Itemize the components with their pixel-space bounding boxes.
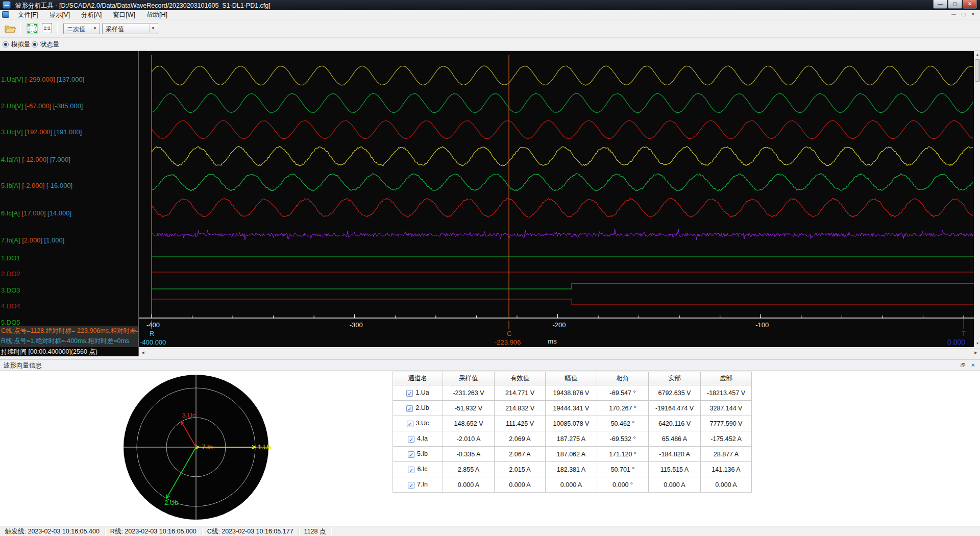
c-cursor-label: C — [507, 330, 511, 337]
mdi-restore-button[interactable]: ▢ — [959, 11, 968, 18]
value-cell: 141.136 A — [701, 462, 752, 477]
fit-view-button[interactable] — [27, 23, 39, 34]
status-item: R线: 2023-02-03 10:16:05.000 — [105, 527, 202, 535]
channel-checkbox[interactable]: ✓ — [408, 482, 414, 489]
display-type-dropdown[interactable]: 采样值 ▼ — [102, 23, 158, 34]
menu-item[interactable]: 窗口[W] — [107, 10, 141, 19]
menu-item[interactable]: 文件[F] — [12, 10, 44, 19]
value-cell: 0.000 A — [546, 477, 597, 493]
horizontal-scrollbar[interactable]: ◀ ▶ — [139, 348, 980, 356]
scroll-right-icon[interactable]: ▶ — [972, 349, 979, 356]
analog-radio[interactable] — [3, 41, 9, 47]
value-cell: 19444.341 V — [546, 401, 597, 416]
table-row[interactable]: ✓4.Ia-2.010 A2.069 A187.275 A-69.532 °65… — [393, 431, 752, 447]
phasor-table: 通道名采样值有效值幅值相角实部虚部✓1.Ua-231.263 V214.771 … — [393, 372, 752, 493]
value-cell: 19438.876 V — [546, 385, 597, 401]
channel-checkbox[interactable]: ✓ — [407, 421, 413, 427]
table-row[interactable]: ✓2.Ub-51.932 V214.832 V19444.341 V170.26… — [393, 401, 752, 416]
wave-analysis-window: 波形分析工具 - [D:/SCADA2.0/Data/DataWaveRecor… — [0, 0, 980, 536]
channel-checkbox[interactable]: ✓ — [408, 451, 414, 458]
x-tick-label: -100 — [755, 321, 769, 329]
value-cell: 0.000 ° — [597, 477, 649, 493]
table-row[interactable]: ✓7.In0.000 A0.000 A0.000 A0.000 °0.000 A… — [393, 477, 752, 493]
vector-panel-content: 1.Ua2.Ub3.Uc7.In 通道名采样值有效值幅值相角实部虚部✓1.Ua-… — [0, 371, 980, 526]
table-row[interactable]: ✓5.Ib-0.335 A2.067 A187.062 A171.120 °-1… — [393, 447, 752, 462]
channel-name: 1.Ua — [415, 389, 429, 396]
channel-label[interactable]: 7.In[A] [2.000] [1.000] — [1, 236, 64, 244]
close-panel-icon[interactable]: ✕ — [969, 361, 977, 369]
close-button[interactable]: ✕ — [963, 0, 977, 9]
value-cell: -175.452 A — [701, 431, 752, 447]
value-cell: -18213.457 V — [701, 385, 752, 401]
scroll-up-icon[interactable]: ▲ — [974, 51, 980, 58]
vertical-scrollbar[interactable]: ▲ ▼ — [974, 51, 980, 347]
channel-name: 4.Ia — [417, 435, 428, 442]
digital-channel-label[interactable]: 4.DO4 — [1, 302, 20, 310]
channel-cell: ✓1.Ua — [393, 385, 443, 401]
waveform-canvas[interactable]: -400-300-200-100msR-400.000C-223.906T0.0… — [139, 51, 974, 347]
menu-item[interactable]: 显示[V] — [44, 10, 76, 19]
waveform-area[interactable]: -400-300-200-100msR-400.000C-223.906T0.0… — [139, 51, 974, 347]
channel-label[interactable]: 3.Uc[V] [192.000] [191.000] — [1, 128, 82, 136]
state-radio[interactable] — [32, 41, 38, 47]
channel-name: 5.Ib — [417, 450, 428, 457]
state-radio-label: 状态量 — [40, 40, 60, 49]
value-cell: -2.010 A — [443, 431, 495, 447]
digital-channel-label[interactable]: 2.DO2 — [1, 270, 20, 278]
mdi-close-button[interactable]: ✕ — [968, 11, 978, 18]
value-cell: 187.275 A — [546, 431, 597, 447]
value-cell: 0.000 A — [701, 477, 752, 493]
value-cell: 115.515 A — [649, 462, 701, 477]
float-panel-icon[interactable]: 🗗 — [959, 361, 967, 369]
status-bar: 触发线: 2023-02-03 10:16:05.400R线: 2023-02-… — [0, 526, 980, 536]
r-cursor-label: R — [150, 330, 154, 337]
fit-view-icon — [27, 23, 38, 34]
channel-name: 3.Uc — [416, 420, 429, 427]
x-tick-label: -400 — [146, 321, 160, 329]
table-row[interactable]: ✓1.Ua-231.263 V214.771 V19438.876 V-69.5… — [393, 385, 752, 401]
channel-checkbox[interactable]: ✓ — [406, 405, 413, 412]
channel-label[interactable]: 6.Ic[A] [17.000] [14.000] — [1, 209, 71, 217]
value-cell: 0.000 A — [443, 477, 495, 493]
channel-cell: ✓3.Uc — [393, 416, 443, 431]
table-header-cell: 幅值 — [546, 372, 597, 385]
value-cell: 50.701 ° — [597, 462, 649, 477]
scroll-down-icon[interactable]: ▼ — [974, 340, 980, 347]
maximize-button[interactable]: ▢ — [948, 0, 962, 9]
c-cursor-value: -223.906 — [495, 338, 521, 346]
one-to-one-button[interactable]: 1:1 — [42, 23, 54, 34]
channel-checkbox[interactable]: ✓ — [408, 467, 414, 473]
mdi-window-controls: —▢✕ — [949, 11, 978, 18]
table-row[interactable]: ✓6.Ic2.855 A2.015 A182.381 A50.701 °115.… — [393, 462, 752, 477]
channel-label[interactable]: 2.Ub[V] [-67.000] [-385.000] — [1, 102, 83, 110]
value-cell: 2.015 A — [495, 462, 546, 477]
channel-label[interactable]: 4.Ia[A] [-12.000] [7.000] — [1, 156, 70, 163]
menu-item[interactable]: 分析[A] — [76, 10, 107, 19]
value-cell: -69.547 ° — [597, 385, 649, 401]
table-header-cell: 通道名 — [393, 372, 443, 385]
menu-item[interactable]: 帮助[H] — [141, 10, 173, 19]
value-cell: 171.120 ° — [597, 447, 649, 462]
digital-channel-label[interactable]: 1.DO1 — [1, 254, 20, 262]
channel-checkbox[interactable]: ✓ — [406, 390, 413, 397]
scroll-left-icon[interactable]: ◀ — [139, 349, 146, 356]
phasor-label: 1.Ua — [258, 443, 272, 451]
value-cell: 10085.078 V — [546, 416, 597, 431]
table-header-cell: 相角 — [597, 372, 649, 385]
open-file-button[interactable] — [4, 23, 16, 34]
t-marker-value: 0.000 — [947, 338, 965, 346]
digital-channel-label[interactable]: 3.DO3 — [1, 286, 20, 294]
table-row[interactable]: ✓3.Uc148.652 V111.425 V10085.078 V50.462… — [393, 416, 752, 431]
digital-channel-label[interactable]: 5.DO5 — [1, 319, 20, 326]
vertical-scroll-thumb[interactable] — [975, 59, 980, 82]
minimize-button[interactable]: — — [933, 0, 947, 9]
channel-label[interactable]: 5.Ib[A] [-2.000] [-16.000] — [1, 182, 72, 189]
mdi-minimize-button[interactable]: — — [949, 11, 959, 18]
menu-bar: 文件[F]显示[V]分析[A]窗口[W]帮助[H] —▢✕ — [0, 10, 980, 19]
value-type-dropdown[interactable]: 二次值 ▼ — [63, 23, 100, 34]
folder-open-icon — [4, 23, 16, 34]
channel-cell: ✓7.In — [393, 477, 443, 493]
channel-label[interactable]: 1.Ua[V] [-299.000] [137.000] — [1, 76, 84, 83]
channel-checkbox[interactable]: ✓ — [408, 436, 414, 443]
status-item: 触发线: 2023-02-03 10:16:05.400 — [0, 527, 105, 535]
